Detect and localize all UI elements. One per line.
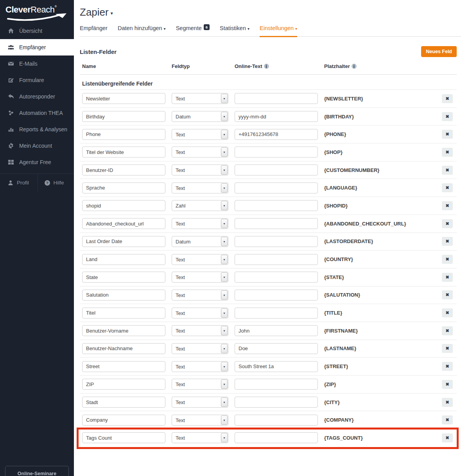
field-type-select[interactable]: Text ▾ bbox=[172, 129, 228, 140]
chevron-down-icon[interactable]: ▾ bbox=[221, 379, 228, 389]
cleverreach-logo[interactable]: CleverReach® bbox=[0, 0, 74, 23]
online-text-input[interactable] bbox=[235, 343, 318, 354]
field-name-input[interactable] bbox=[82, 432, 165, 443]
online-text-input[interactable] bbox=[235, 254, 318, 265]
online-text-input[interactable] bbox=[235, 379, 318, 390]
online-text-input[interactable] bbox=[235, 129, 318, 140]
field-name-input[interactable] bbox=[82, 397, 165, 408]
field-name-input[interactable] bbox=[82, 379, 165, 390]
sidebar-item-empfänger[interactable]: Empfänger bbox=[0, 39, 74, 55]
field-type-select[interactable]: Text ▾ bbox=[172, 218, 228, 229]
sidebar-item-übersicht[interactable]: Übersicht bbox=[0, 23, 74, 39]
field-name-input[interactable] bbox=[82, 218, 165, 229]
field-name-input[interactable] bbox=[82, 290, 165, 301]
delete-field-button[interactable]: ✖ bbox=[442, 255, 453, 264]
chevron-down-icon[interactable]: ▾ bbox=[221, 344, 228, 353]
field-name-input[interactable] bbox=[82, 147, 165, 157]
delete-field-button[interactable]: ✖ bbox=[442, 183, 453, 192]
field-type-select[interactable]: Text ▾ bbox=[172, 343, 228, 354]
sidebar-item-agentur-free[interactable]: Agentur Free bbox=[0, 154, 74, 170]
field-name-input[interactable] bbox=[82, 165, 165, 175]
field-type-select[interactable]: Text ▾ bbox=[172, 165, 228, 175]
field-name-input[interactable] bbox=[82, 272, 165, 283]
field-type-select[interactable]: Text ▾ bbox=[172, 397, 228, 408]
chevron-down-icon[interactable]: ▾ bbox=[221, 201, 228, 210]
sidebar-item-reports-analysen[interactable]: Reports & Analysen bbox=[0, 121, 74, 138]
field-type-select[interactable]: Text ▾ bbox=[172, 93, 228, 104]
field-type-select[interactable]: Text ▾ bbox=[172, 290, 228, 301]
delete-field-button[interactable]: ✖ bbox=[442, 130, 453, 139]
field-name-input[interactable] bbox=[82, 93, 165, 104]
field-name-input[interactable] bbox=[82, 183, 165, 193]
sidebar-item-autoresponder[interactable]: Autoresponder bbox=[0, 88, 74, 105]
tab-empfänger[interactable]: Empfänger bbox=[80, 25, 108, 36]
chevron-down-icon[interactable]: ▾ bbox=[221, 112, 228, 121]
field-name-input[interactable] bbox=[82, 325, 165, 336]
delete-field-button[interactable]: ✖ bbox=[442, 112, 453, 121]
online-text-input[interactable] bbox=[235, 236, 318, 247]
tab-daten-hinzufügen[interactable]: Daten hinzufügen▾ bbox=[118, 25, 166, 36]
delete-field-button[interactable]: ✖ bbox=[442, 94, 453, 103]
delete-field-button[interactable]: ✖ bbox=[442, 148, 453, 157]
field-type-select[interactable]: Text ▾ bbox=[172, 415, 228, 426]
delete-field-button[interactable]: ✖ bbox=[442, 166, 453, 175]
online-seminare-button[interactable]: Online-Seminare bbox=[5, 466, 69, 476]
online-text-input[interactable] bbox=[235, 218, 318, 229]
delete-field-button[interactable]: ✖ bbox=[442, 219, 453, 228]
delete-field-button[interactable]: ✖ bbox=[442, 380, 453, 389]
sidebar-item-mein-account[interactable]: Mein Account bbox=[0, 138, 74, 154]
field-type-select[interactable]: Text ▾ bbox=[172, 183, 228, 193]
online-text-input[interactable] bbox=[235, 111, 318, 122]
delete-field-button[interactable]: ✖ bbox=[442, 326, 453, 335]
chevron-down-icon[interactable]: ▾ bbox=[221, 415, 228, 425]
online-text-input[interactable] bbox=[235, 397, 318, 408]
chevron-down-icon[interactable]: ▾ bbox=[221, 147, 228, 157]
info-icon[interactable]: i bbox=[352, 64, 357, 69]
field-type-select[interactable]: Datum ▾ bbox=[172, 236, 228, 247]
field-type-select[interactable]: Datum ▾ bbox=[172, 111, 228, 122]
online-text-input[interactable] bbox=[235, 165, 318, 175]
online-text-input[interactable] bbox=[235, 183, 318, 193]
field-type-select[interactable]: Text ▾ bbox=[172, 272, 228, 283]
online-text-input[interactable] bbox=[235, 432, 318, 443]
chevron-down-icon[interactable]: ▾ bbox=[221, 130, 228, 139]
online-text-input[interactable] bbox=[235, 325, 318, 336]
delete-field-button[interactable]: ✖ bbox=[442, 290, 453, 299]
field-name-input[interactable] bbox=[82, 361, 165, 372]
chevron-down-icon[interactable]: ▾ bbox=[221, 165, 228, 175]
chevron-down-icon[interactable]: ▾ bbox=[221, 290, 228, 300]
field-name-input[interactable] bbox=[82, 129, 165, 140]
delete-field-button[interactable]: ✖ bbox=[442, 362, 453, 371]
chevron-down-icon[interactable]: ▾ bbox=[221, 326, 228, 335]
page-title[interactable]: Zapier▾ bbox=[80, 6, 457, 18]
delete-field-button[interactable]: ✖ bbox=[442, 344, 453, 353]
chevron-down-icon[interactable]: ▾ bbox=[221, 183, 228, 193]
chevron-down-icon[interactable]: ▾ bbox=[221, 272, 228, 282]
delete-field-button[interactable]: ✖ bbox=[442, 308, 453, 317]
field-type-select[interactable]: Text ▾ bbox=[172, 361, 228, 372]
field-type-select[interactable]: Text ▾ bbox=[172, 147, 228, 157]
field-name-input[interactable] bbox=[82, 254, 165, 265]
field-name-input[interactable] bbox=[82, 200, 165, 211]
online-text-input[interactable] bbox=[235, 290, 318, 301]
tab-segmente[interactable]: Segmente6 bbox=[176, 24, 210, 36]
delete-field-button[interactable]: ✖ bbox=[442, 237, 453, 246]
online-text-input[interactable] bbox=[235, 308, 318, 319]
field-name-input[interactable] bbox=[82, 343, 165, 354]
help-button[interactable]: ? Hilfe bbox=[38, 174, 74, 191]
tab-einstellungen[interactable]: Einstellungen▾ bbox=[260, 25, 297, 37]
sidebar-item-formulare[interactable]: Formulare bbox=[0, 72, 74, 88]
field-type-select[interactable]: Text ▾ bbox=[172, 325, 228, 336]
online-text-input[interactable] bbox=[235, 415, 318, 426]
field-type-select[interactable]: Text ▾ bbox=[172, 379, 228, 390]
chevron-down-icon[interactable]: ▾ bbox=[221, 94, 228, 103]
online-text-input[interactable] bbox=[235, 272, 318, 283]
field-name-input[interactable] bbox=[82, 111, 165, 122]
chevron-down-icon[interactable]: ▾ bbox=[221, 237, 228, 246]
chevron-down-icon[interactable]: ▾ bbox=[221, 308, 228, 318]
sidebar-item-e-mails[interactable]: E-Mails bbox=[0, 55, 74, 72]
info-icon[interactable]: i bbox=[264, 64, 269, 69]
delete-field-button[interactable]: ✖ bbox=[442, 398, 453, 407]
online-text-input[interactable] bbox=[235, 200, 318, 211]
delete-field-button[interactable]: ✖ bbox=[442, 273, 453, 282]
